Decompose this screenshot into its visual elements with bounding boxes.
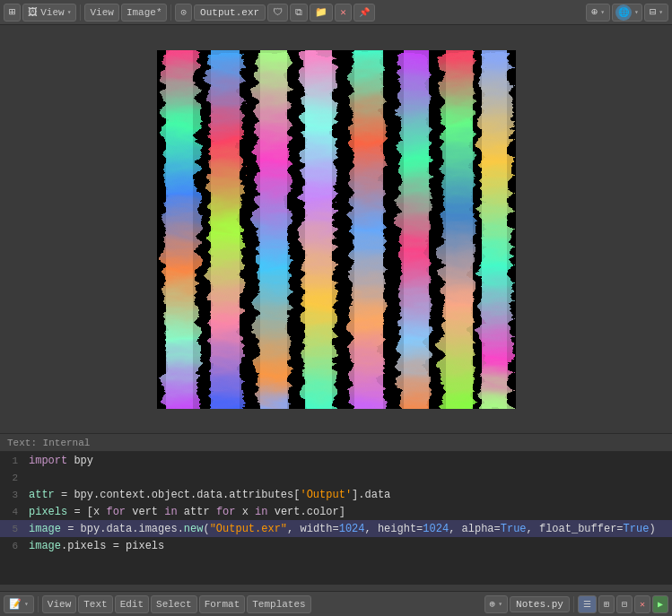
filename-text: Output.exr xyxy=(200,7,259,18)
separator xyxy=(80,4,81,21)
globe-btn[interactable]: 🌐 ▾ xyxy=(612,4,642,22)
editor-type-arrow: ▾ xyxy=(24,600,29,608)
code-content-4: pixels = [x for vert in attr for x in ve… xyxy=(25,506,672,518)
format-menu-label: Format xyxy=(205,599,240,610)
script-filename: Notes.py xyxy=(516,599,563,610)
scope-icon: ⊕ xyxy=(591,5,598,19)
layout-arrow-icon: ▾ xyxy=(659,8,663,16)
code-line-1: 1 import bpy xyxy=(0,452,672,469)
layout-btn[interactable]: ⊟ ▾ xyxy=(644,4,668,22)
code-content-5: image = bpy.data.images.new("Output.exr"… xyxy=(25,523,672,535)
view-menu-btn[interactable]: View xyxy=(84,4,118,22)
select-menu-btn[interactable]: Select xyxy=(151,595,197,613)
render-icon: ⊙ xyxy=(180,6,187,18)
globe-icon: 🌐 xyxy=(615,4,632,21)
scope-btn[interactable]: ⊕ ▾ xyxy=(586,4,610,22)
code-line-6: 6 image.pixels = pixels xyxy=(0,537,672,554)
run-icon: ▶ xyxy=(658,599,663,610)
pin-icon: 📌 xyxy=(359,7,370,18)
bottom-sep2 xyxy=(573,596,574,612)
scope-bottom-icon: ⊕ xyxy=(490,598,496,610)
line-num-5: 5 xyxy=(0,524,25,534)
bottom-toolbar: 📝 ▾ View Text Edit Select Format Templat… xyxy=(0,591,672,616)
layout2-btn[interactable]: ⊞ xyxy=(598,595,615,613)
pin-btn[interactable]: 📌 xyxy=(353,4,375,22)
code-line-2: 2 xyxy=(0,469,672,486)
select-menu-label: Select xyxy=(156,599,192,610)
text-editor-header: Text: Internal xyxy=(0,434,672,452)
layout1-btn[interactable]: ☰ xyxy=(578,595,597,613)
rendered-image xyxy=(157,50,516,409)
view-label: View xyxy=(40,7,64,18)
code-editor[interactable]: 1 import bpy 2 3 attr = bpy.context.obje… xyxy=(0,452,672,585)
dropdown-arrow-icon: ▾ xyxy=(67,8,72,16)
image-viewer xyxy=(0,25,672,434)
close-file-icon: ✕ xyxy=(340,6,346,18)
templates-menu-btn[interactable]: Templates xyxy=(247,595,310,613)
grid-icon: ⊞ xyxy=(9,5,15,19)
code-content-1: import bpy xyxy=(25,455,672,467)
text-editor-icon: 📝 xyxy=(9,598,22,610)
svg-rect-10 xyxy=(206,50,239,409)
line-num-1: 1 xyxy=(0,455,25,466)
edit-menu-label: Edit xyxy=(120,599,144,610)
svg-rect-11 xyxy=(254,50,286,409)
scope-bottom-arrow: ▾ xyxy=(498,600,502,608)
view-menu-label: View xyxy=(90,7,113,18)
run-script-btn[interactable]: ▶ xyxy=(652,595,668,613)
close-bottom-btn[interactable]: ✕ xyxy=(634,595,650,613)
bottom-sep1 xyxy=(38,596,39,612)
copy-btn[interactable]: ⧉ xyxy=(290,4,308,22)
code-line-4: 4 pixels = [x for vert in attr for x in … xyxy=(0,503,672,520)
code-line-3: 3 attr = bpy.context.object.data.attribu… xyxy=(0,486,672,503)
folder-icon: 📁 xyxy=(315,6,327,18)
view-menu-bottom[interactable]: View xyxy=(42,595,76,613)
stripe-svg xyxy=(157,50,516,409)
render-icon-btn[interactable]: ⊙ xyxy=(175,4,192,22)
copy-icon: ⧉ xyxy=(295,7,302,18)
view-image-btn[interactable]: 🖼 View ▾ xyxy=(22,4,76,22)
scope-arrow-icon: ▾ xyxy=(600,8,605,16)
svg-rect-14 xyxy=(396,50,426,409)
image-icon: 🖼 xyxy=(28,6,38,18)
line-num-3: 3 xyxy=(0,490,25,500)
shield-btn[interactable]: 🛡 xyxy=(267,4,288,22)
view-menu-bottom-label: View xyxy=(48,599,71,610)
script-filename-tab: Notes.py xyxy=(510,596,570,612)
svg-rect-9 xyxy=(161,50,196,409)
svg-rect-12 xyxy=(301,50,331,409)
format-menu-btn[interactable]: Format xyxy=(199,595,246,613)
code-content-3: attr = bpy.context.object.data.attribute… xyxy=(25,489,672,501)
image-menu-btn[interactable]: Image* xyxy=(121,4,168,22)
viewer-icon-btn[interactable]: ⊞ xyxy=(4,4,21,22)
line-num-2: 2 xyxy=(0,473,25,483)
text-menu-label: Text xyxy=(83,599,107,610)
svg-rect-13 xyxy=(348,50,380,409)
layout3-btn[interactable]: ⊟ xyxy=(616,595,633,613)
layout2-icon: ⊞ xyxy=(604,599,609,610)
scope-bottom-btn[interactable]: ⊕ ▾ xyxy=(484,595,508,613)
separator2 xyxy=(170,4,171,21)
shield-icon: 🛡 xyxy=(273,6,283,18)
image-scrollbar[interactable] xyxy=(663,25,672,433)
layout1-icon: ☰ xyxy=(583,599,591,610)
folder-btn[interactable]: 📁 xyxy=(310,4,333,22)
line-num-4: 4 xyxy=(0,507,25,517)
close-file-btn[interactable]: ✕ xyxy=(335,4,352,22)
templates-menu-label: Templates xyxy=(252,599,305,610)
text-menu-btn[interactable]: Text xyxy=(78,595,112,613)
top-toolbar: ⊞ 🖼 View ▾ View Image* ⊙ Output.exr 🛡 ⧉ … xyxy=(0,0,672,25)
layout-icon: ⊟ xyxy=(650,5,656,19)
svg-rect-16 xyxy=(478,50,507,409)
close-bottom-icon: ✕ xyxy=(640,599,645,610)
layout3-icon: ⊟ xyxy=(622,599,627,610)
code-line-5: 5 image = bpy.data.images.new("Output.ex… xyxy=(0,520,672,537)
line-num-6: 6 xyxy=(0,541,25,551)
image-menu-label: Image* xyxy=(127,7,162,18)
code-content-6: image.pixels = pixels xyxy=(25,540,672,552)
globe-arrow-icon: ▾ xyxy=(634,8,639,16)
filename-tab: Output.exr xyxy=(194,4,266,21)
edit-menu-btn[interactable]: Edit xyxy=(115,595,149,613)
editor-header-label: Text: Internal xyxy=(7,438,90,448)
editor-type-btn[interactable]: 📝 ▾ xyxy=(4,595,34,613)
